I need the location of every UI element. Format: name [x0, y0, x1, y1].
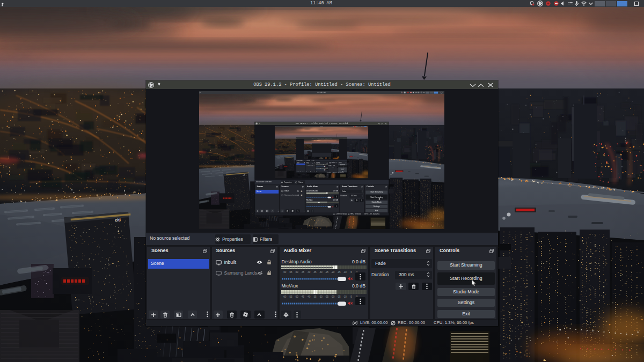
svg-text:-10: -10: [330, 194, 331, 195]
svg-text:-35: -35: [318, 203, 320, 204]
svg-text:-20: -20: [331, 271, 334, 274]
svg-text:-60: -60: [306, 194, 308, 195]
svg-text:-25: -25: [325, 295, 328, 298]
svg-text:-25: -25: [323, 203, 324, 204]
svg-text:-60: -60: [282, 271, 286, 274]
svg-text:-25: -25: [323, 194, 324, 195]
svg-text:-15: -15: [327, 194, 329, 195]
svg-text:-15: -15: [336, 271, 340, 274]
svg-text:-60: -60: [306, 203, 308, 204]
svg-text:-45: -45: [313, 194, 315, 195]
svg-text:-45: -45: [301, 295, 304, 298]
svg-text:-55: -55: [288, 295, 292, 298]
svg-text:-5: -5: [349, 271, 352, 274]
svg-text:-45: -45: [313, 203, 315, 204]
svg-text:-15: -15: [336, 295, 340, 298]
svg-text:-5: -5: [332, 194, 333, 195]
svg-text:-50: -50: [311, 194, 313, 195]
svg-text:-50: -50: [311, 203, 313, 204]
svg-text:-10: -10: [330, 203, 331, 204]
svg-text:-40: -40: [306, 271, 310, 274]
svg-text:-35: -35: [312, 271, 316, 274]
svg-text:-5: -5: [349, 295, 352, 298]
svg-text:-30: -30: [319, 271, 323, 274]
svg-text:-25: -25: [325, 271, 328, 274]
svg-text:-35: -35: [318, 194, 320, 195]
svg-text:-40: -40: [306, 295, 310, 298]
svg-text:-30: -30: [319, 295, 323, 298]
svg-text:-40: -40: [316, 194, 318, 195]
svg-text:-30: -30: [320, 194, 322, 195]
svg-text:-40: -40: [316, 203, 318, 204]
svg-text:-20: -20: [325, 203, 327, 204]
svg-text:-55: -55: [288, 271, 292, 274]
svg-text:-60: -60: [282, 295, 286, 298]
svg-text:-10: -10: [343, 271, 347, 274]
svg-text:-55: -55: [309, 203, 311, 204]
svg-text:-15: -15: [327, 203, 329, 204]
svg-text:-20: -20: [325, 194, 327, 195]
svg-text:-55: -55: [309, 194, 311, 195]
svg-text:-30: -30: [320, 203, 322, 204]
svg-text:-20: -20: [331, 295, 334, 298]
svg-text:-45: -45: [301, 271, 304, 274]
svg-text:-50: -50: [295, 271, 298, 274]
svg-text:-50: -50: [295, 295, 298, 298]
svg-text:-5: -5: [332, 203, 333, 204]
svg-text:-10: -10: [343, 295, 347, 298]
svg-text:-35: -35: [312, 295, 316, 298]
